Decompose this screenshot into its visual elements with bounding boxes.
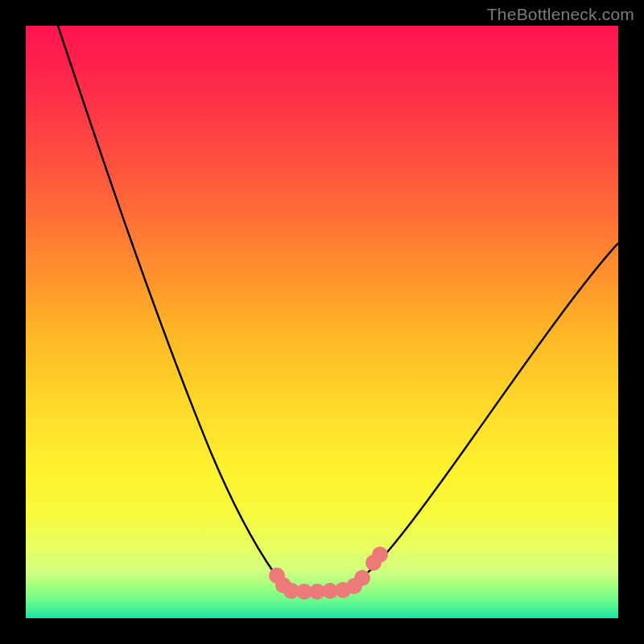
marker-group: [269, 547, 388, 600]
pink-marker: [354, 570, 370, 586]
pink-marker: [322, 583, 338, 599]
pink-marker: [372, 547, 388, 563]
pink-marker: [365, 555, 382, 571]
chart-frame: TheBottleneck.com: [0, 0, 644, 644]
pink-marker: [346, 578, 362, 594]
watermark-text: TheBottleneck.com: [487, 5, 634, 24]
pink-marker: [335, 582, 351, 598]
chart-overlay: [26, 26, 618, 618]
curve-flat: [288, 590, 344, 591]
pink-marker: [269, 568, 285, 584]
curve-left: [58, 26, 274, 572]
gradient-highlight: [26, 514, 618, 618]
plot-area: [26, 26, 618, 618]
pink-marker: [283, 583, 299, 599]
curve-right: [368, 243, 618, 572]
pink-marker: [309, 584, 325, 600]
pink-marker: [296, 584, 312, 600]
pink-marker: [275, 577, 291, 593]
